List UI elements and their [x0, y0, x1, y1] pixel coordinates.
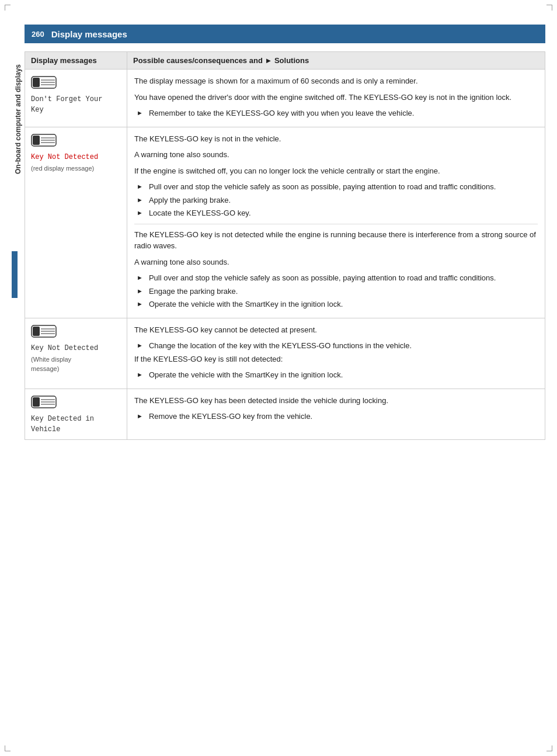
- bullet-text: Remove the KEYLESS-GO key from the vehic…: [147, 411, 312, 422]
- bullet-arrow: ►: [137, 341, 143, 351]
- table-row: Key Detected inVehicleThe KEYLESS-GO key…: [25, 389, 545, 439]
- display-cell-row-key-not-detected-red: Key Not Detected(red display message): [25, 127, 127, 318]
- bullet-item: ► Pull over and stop the vehicle safely …: [134, 181, 538, 193]
- bullet-arrow: ►: [137, 182, 143, 192]
- cause-paragraph: If the KEYLESS-GO key is still not detec…: [134, 353, 538, 365]
- bullet-arrow: ►: [137, 411, 143, 421]
- sidebar-label: On-board computer and displays: [12, 58, 25, 721]
- corner-mark-tl: [5, 5, 11, 11]
- causes-cell-row-key-not-detected-red: The KEYLESS-GO key is not in the vehicle…: [127, 127, 545, 318]
- svg-rect-1: [33, 78, 40, 87]
- corner-mark-br: [546, 745, 552, 751]
- bullet-text: Locate the KEYLESS-GO key.: [147, 207, 251, 219]
- bullet-item: ► Engage the parking brake.: [134, 286, 538, 297]
- bullet-arrow: ►: [137, 273, 143, 283]
- cause-paragraph: The KEYLESS-GO key is not in the vehicle…: [134, 133, 538, 145]
- svg-rect-11: [33, 327, 40, 336]
- display-note: (White displaymessage): [31, 355, 71, 374]
- cause-paragraph: The KEYLESS-GO key cannot be detected at…: [134, 324, 538, 336]
- key-icon-container: [31, 323, 57, 339]
- sidebar-text: On-board computer and displays: [14, 64, 22, 174]
- key-icon-container: [31, 74, 57, 91]
- bullet-arrow: ►: [137, 370, 143, 380]
- causes-cell-row-dont-forget: The display message is shown for a maxim…: [127, 70, 545, 127]
- main-content: Display messages Possible causes/consequ…: [25, 51, 545, 733]
- bullet-item: ► Remember to take the KEYLESS-GO key wi…: [134, 107, 538, 119]
- bullet-arrow: ►: [137, 208, 143, 218]
- display-cell-content: Key Not Detected(White displaymessage): [31, 323, 121, 374]
- causes-cell-row-key-detected-in-vehicle: The KEYLESS-GO key has been detected ins…: [127, 389, 545, 439]
- col-header-display: Display messages: [25, 52, 127, 70]
- display-label: Key Not Detected: [31, 152, 98, 162]
- display-note: (red display message): [31, 164, 94, 174]
- display-messages-table: Display messages Possible causes/consequ…: [25, 51, 545, 440]
- cause-paragraph: The KEYLESS-GO key is not detected while…: [134, 229, 538, 252]
- key-icon-container: [31, 132, 57, 148]
- bullet-text: Operate the vehicle with the SmartKey in…: [147, 299, 343, 310]
- cause-paragraph: A warning tone also sounds.: [134, 149, 538, 161]
- bullet-text: Pull over and stop the vehicle safely as…: [147, 181, 496, 193]
- svg-rect-16: [33, 397, 40, 407]
- display-label: Key Detected inVehicle: [31, 414, 94, 435]
- key-icon-container: [31, 394, 57, 410]
- page-title: Display messages: [51, 29, 127, 39]
- corner-mark-bl: [5, 745, 11, 751]
- display-label: Key Not Detected: [31, 343, 98, 353]
- display-cell-row-dont-forget: Don't Forget YourKey: [25, 70, 127, 127]
- cause-paragraph: If the engine is switched off, you can n…: [134, 165, 538, 177]
- corner-mark-tr: [546, 5, 552, 11]
- display-cell-row-key-detected-in-vehicle: Key Detected inVehicle: [25, 389, 127, 439]
- bullet-item: ► Operate the vehicle with the SmartKey …: [134, 369, 538, 381]
- display-cell-content: Don't Forget YourKey: [31, 74, 121, 115]
- table-row: Don't Forget YourKeyThe display message …: [25, 70, 545, 127]
- section-divider: [134, 224, 538, 224]
- cause-paragraph: The KEYLESS-GO key has been detected ins…: [134, 395, 538, 407]
- bullet-text: Remember to take the KEYLESS-GO key with…: [147, 107, 415, 119]
- svg-rect-6: [33, 136, 40, 145]
- bullet-text: Change the location of the key with the …: [147, 340, 412, 352]
- bullet-text: Apply the parking brake.: [147, 195, 231, 206]
- table-row: Key Not Detected(White displaymessage)Th…: [25, 318, 545, 389]
- sidebar-blue-bar: [12, 251, 18, 298]
- page-number: 260: [32, 30, 44, 39]
- bullet-item: ► Operate the vehicle with the SmartKey …: [134, 299, 538, 310]
- causes-cell-row-key-not-detected-white: The KEYLESS-GO key cannot be detected at…: [127, 318, 545, 389]
- cause-paragraph: The display message is shown for a maxim…: [134, 75, 538, 87]
- header-bar: 260 Display messages: [25, 25, 545, 43]
- table-row: Key Not Detected(red display message)The…: [25, 127, 545, 318]
- display-cell-content: Key Detected inVehicle: [31, 394, 121, 435]
- bullet-text: Engage the parking brake.: [147, 286, 238, 297]
- bullet-text: Operate the vehicle with the SmartKey in…: [147, 369, 343, 381]
- bullet-item: ► Remove the KEYLESS-GO key from the veh…: [134, 411, 538, 422]
- bullet-item: ► Change the location of the key with th…: [134, 340, 538, 352]
- bullet-item: ► Locate the KEYLESS-GO key.: [134, 207, 538, 219]
- bullet-item: ► Apply the parking brake.: [134, 195, 538, 206]
- cause-paragraph: You have opened the driver's door with t…: [134, 92, 538, 103]
- display-cell-content: Key Not Detected(red display message): [31, 132, 121, 174]
- display-label: Don't Forget YourKey: [31, 94, 102, 115]
- bullet-text: Pull over and stop the vehicle safely as…: [147, 272, 496, 284]
- bullet-arrow: ►: [137, 299, 143, 309]
- bullet-arrow: ►: [137, 195, 143, 205]
- bullet-item: ► Pull over and stop the vehicle safely …: [134, 272, 538, 284]
- display-cell-row-key-not-detected-white: Key Not Detected(White displaymessage): [25, 318, 127, 389]
- bullet-arrow: ►: [137, 108, 143, 118]
- cause-paragraph: A warning tone also sounds.: [134, 256, 538, 268]
- bullet-arrow: ►: [137, 286, 143, 296]
- col-header-causes: Possible causes/consequences and ► Solut…: [127, 52, 545, 70]
